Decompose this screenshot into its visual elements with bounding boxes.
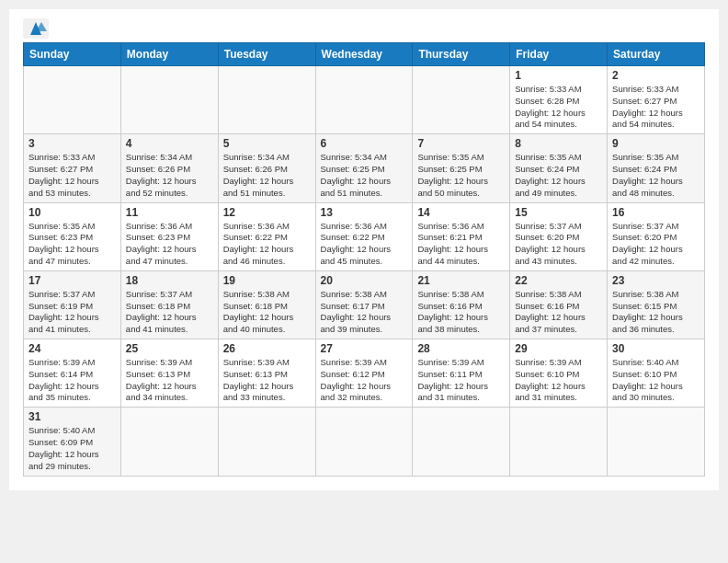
day-number: 16 (612, 206, 700, 219)
day-number: 14 (417, 206, 505, 219)
calendar-cell: 14Sunrise: 5:36 AM Sunset: 6:21 PM Dayli… (413, 202, 510, 270)
calendar-cell: 27Sunrise: 5:39 AM Sunset: 6:12 PM Dayli… (315, 339, 413, 408)
day-number: 18 (126, 274, 213, 287)
page-header (23, 18, 705, 39)
calendar-cell: 30Sunrise: 5:40 AM Sunset: 6:10 PM Dayli… (608, 339, 705, 408)
calendar-page: SundayMondayTuesdayWednesdayThursdayFrid… (9, 9, 719, 490)
calendar-cell: 4Sunrise: 5:34 AM Sunset: 6:26 PM Daylig… (120, 134, 218, 202)
calendar-cell: 9Sunrise: 5:35 AM Sunset: 6:24 PM Daylig… (608, 134, 705, 202)
day-info: Sunrise: 5:34 AM Sunset: 6:26 PM Dayligh… (223, 152, 311, 199)
day-number: 23 (612, 274, 700, 287)
day-number: 25 (126, 342, 213, 355)
calendar-cell: 11Sunrise: 5:36 AM Sunset: 6:23 PM Dayli… (120, 202, 218, 270)
calendar-cell: 28Sunrise: 5:39 AM Sunset: 6:11 PM Dayli… (413, 339, 510, 408)
day-info: Sunrise: 5:36 AM Sunset: 6:23 PM Dayligh… (126, 221, 213, 268)
calendar-cell (120, 66, 218, 134)
weekday-header-sunday: Sunday (24, 43, 121, 66)
day-number: 20 (321, 274, 408, 287)
calendar-cell: 18Sunrise: 5:37 AM Sunset: 6:18 PM Dayli… (120, 270, 218, 339)
day-info: Sunrise: 5:35 AM Sunset: 6:24 PM Dayligh… (515, 152, 602, 199)
day-info: Sunrise: 5:40 AM Sunset: 6:09 PM Dayligh… (28, 425, 116, 472)
day-number: 2 (612, 69, 700, 82)
calendar-cell: 10Sunrise: 5:35 AM Sunset: 6:23 PM Dayli… (24, 202, 121, 270)
calendar-cell: 8Sunrise: 5:35 AM Sunset: 6:24 PM Daylig… (510, 134, 608, 202)
day-info: Sunrise: 5:34 AM Sunset: 6:25 PM Dayligh… (321, 152, 408, 199)
day-number: 15 (515, 206, 602, 219)
day-number: 29 (515, 342, 602, 355)
day-info: Sunrise: 5:36 AM Sunset: 6:21 PM Dayligh… (417, 221, 505, 268)
weekday-header-wednesday: Wednesday (315, 43, 413, 66)
calendar-cell: 3Sunrise: 5:33 AM Sunset: 6:27 PM Daylig… (24, 134, 121, 202)
week-row-1: 1Sunrise: 5:33 AM Sunset: 6:28 PM Daylig… (24, 66, 705, 134)
day-number: 21 (417, 274, 505, 287)
day-info: Sunrise: 5:37 AM Sunset: 6:20 PM Dayligh… (612, 221, 700, 268)
day-number: 26 (223, 342, 311, 355)
day-number: 8 (515, 137, 602, 150)
day-number: 10 (28, 206, 116, 219)
weekday-header-tuesday: Tuesday (218, 43, 315, 66)
calendar-cell (413, 408, 510, 476)
day-info: Sunrise: 5:39 AM Sunset: 6:11 PM Dayligh… (417, 357, 505, 404)
weekday-header-monday: Monday (120, 43, 218, 66)
day-info: Sunrise: 5:33 AM Sunset: 6:27 PM Dayligh… (612, 84, 700, 131)
day-number: 4 (126, 137, 213, 150)
calendar-cell (315, 66, 413, 134)
weekday-header-thursday: Thursday (413, 43, 510, 66)
day-number: 5 (223, 137, 311, 150)
calendar-table: SundayMondayTuesdayWednesdayThursdayFrid… (23, 42, 705, 477)
day-number: 30 (612, 342, 700, 355)
calendar-cell: 1Sunrise: 5:33 AM Sunset: 6:28 PM Daylig… (510, 66, 608, 134)
day-number: 22 (515, 274, 602, 287)
calendar-cell (218, 408, 315, 476)
calendar-cell: 22Sunrise: 5:38 AM Sunset: 6:16 PM Dayli… (510, 270, 608, 339)
day-number: 11 (126, 206, 213, 219)
day-info: Sunrise: 5:40 AM Sunset: 6:10 PM Dayligh… (612, 357, 700, 404)
day-info: Sunrise: 5:35 AM Sunset: 6:24 PM Dayligh… (612, 152, 700, 199)
calendar-cell: 16Sunrise: 5:37 AM Sunset: 6:20 PM Dayli… (608, 202, 705, 270)
calendar-cell: 5Sunrise: 5:34 AM Sunset: 6:26 PM Daylig… (218, 134, 315, 202)
calendar-cell: 26Sunrise: 5:39 AM Sunset: 6:13 PM Dayli… (218, 339, 315, 408)
weekday-header-friday: Friday (510, 43, 608, 66)
calendar-cell: 2Sunrise: 5:33 AM Sunset: 6:27 PM Daylig… (608, 66, 705, 134)
week-row-5: 24Sunrise: 5:39 AM Sunset: 6:14 PM Dayli… (24, 339, 705, 408)
day-number: 19 (223, 274, 311, 287)
calendar-cell (510, 408, 608, 476)
day-number: 3 (28, 137, 116, 150)
logo-icon (23, 18, 49, 39)
week-row-3: 10Sunrise: 5:35 AM Sunset: 6:23 PM Dayli… (24, 202, 705, 270)
day-info: Sunrise: 5:35 AM Sunset: 6:23 PM Dayligh… (28, 221, 116, 268)
day-number: 13 (321, 206, 408, 219)
day-info: Sunrise: 5:36 AM Sunset: 6:22 PM Dayligh… (223, 221, 311, 268)
logo (23, 18, 52, 39)
day-info: Sunrise: 5:39 AM Sunset: 6:12 PM Dayligh… (321, 357, 408, 404)
day-number: 9 (612, 137, 700, 150)
calendar-cell (608, 408, 705, 476)
day-info: Sunrise: 5:39 AM Sunset: 6:13 PM Dayligh… (126, 357, 213, 404)
day-info: Sunrise: 5:38 AM Sunset: 6:16 PM Dayligh… (417, 289, 505, 336)
day-info: Sunrise: 5:33 AM Sunset: 6:28 PM Dayligh… (515, 84, 602, 131)
day-info: Sunrise: 5:37 AM Sunset: 6:20 PM Dayligh… (515, 221, 602, 268)
calendar-cell: 13Sunrise: 5:36 AM Sunset: 6:22 PM Dayli… (315, 202, 413, 270)
day-info: Sunrise: 5:37 AM Sunset: 6:18 PM Dayligh… (126, 289, 213, 336)
calendar-cell: 12Sunrise: 5:36 AM Sunset: 6:22 PM Dayli… (218, 202, 315, 270)
week-row-2: 3Sunrise: 5:33 AM Sunset: 6:27 PM Daylig… (24, 134, 705, 202)
day-info: Sunrise: 5:33 AM Sunset: 6:27 PM Dayligh… (28, 152, 116, 199)
calendar-cell: 17Sunrise: 5:37 AM Sunset: 6:19 PM Dayli… (24, 270, 121, 339)
day-info: Sunrise: 5:39 AM Sunset: 6:14 PM Dayligh… (28, 357, 116, 404)
calendar-cell (120, 408, 218, 476)
day-number: 12 (223, 206, 311, 219)
day-number: 7 (417, 137, 505, 150)
calendar-cell: 21Sunrise: 5:38 AM Sunset: 6:16 PM Dayli… (413, 270, 510, 339)
calendar-cell: 23Sunrise: 5:38 AM Sunset: 6:15 PM Dayli… (608, 270, 705, 339)
calendar-cell: 31Sunrise: 5:40 AM Sunset: 6:09 PM Dayli… (24, 408, 121, 476)
day-info: Sunrise: 5:38 AM Sunset: 6:16 PM Dayligh… (515, 289, 602, 336)
day-info: Sunrise: 5:34 AM Sunset: 6:26 PM Dayligh… (126, 152, 213, 199)
day-info: Sunrise: 5:38 AM Sunset: 6:18 PM Dayligh… (223, 289, 311, 336)
calendar-cell (315, 408, 413, 476)
day-info: Sunrise: 5:38 AM Sunset: 6:17 PM Dayligh… (321, 289, 408, 336)
day-info: Sunrise: 5:39 AM Sunset: 6:13 PM Dayligh… (223, 357, 311, 404)
day-number: 1 (515, 69, 602, 82)
weekday-header-saturday: Saturday (608, 43, 705, 66)
calendar-cell (413, 66, 510, 134)
day-number: 24 (28, 342, 116, 355)
